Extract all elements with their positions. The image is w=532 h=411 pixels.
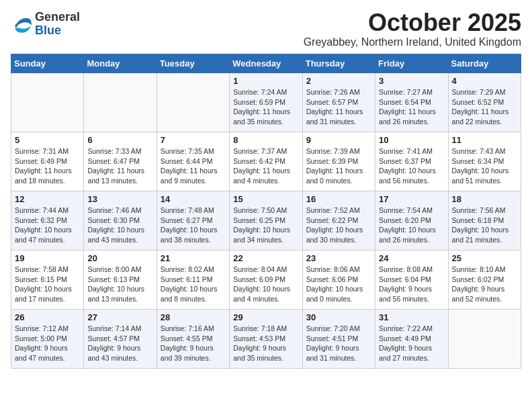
calendar-table: SundayMondayTuesdayWednesdayThursdayFrid… xyxy=(11,54,521,369)
day-info: Sunrise: 8:02 AMSunset: 6:11 PMDaylight:… xyxy=(161,265,226,304)
day-info: Sunrise: 8:04 AMSunset: 6:09 PMDaylight:… xyxy=(233,265,298,304)
calendar-cell: 31Sunrise: 7:22 AMSunset: 4:49 PMDayligh… xyxy=(375,310,448,369)
day-info: Sunrise: 7:18 AMSunset: 4:53 PMDaylight:… xyxy=(233,324,298,363)
calendar-cell xyxy=(84,73,157,132)
column-header-sunday: Sunday xyxy=(11,54,84,73)
day-number: 5 xyxy=(15,135,80,145)
day-number: 15 xyxy=(233,194,298,204)
calendar-cell: 19Sunrise: 7:58 AMSunset: 6:15 PMDayligh… xyxy=(11,250,84,310)
calendar-cell: 15Sunrise: 7:50 AMSunset: 6:25 PMDayligh… xyxy=(230,191,302,250)
day-number: 30 xyxy=(306,312,371,322)
day-info: Sunrise: 7:31 AMSunset: 6:49 PMDaylight:… xyxy=(15,146,80,186)
day-number: 1 xyxy=(233,76,298,86)
logo: General Blue xyxy=(11,11,80,38)
day-number: 3 xyxy=(379,76,444,86)
calendar-cell: 3Sunrise: 7:27 AMSunset: 6:54 PMDaylight… xyxy=(375,73,448,132)
day-info: Sunrise: 8:10 AMSunset: 6:02 PMDaylight:… xyxy=(452,265,517,304)
column-header-friday: Friday xyxy=(375,54,448,73)
column-header-wednesday: Wednesday xyxy=(230,54,302,73)
day-info: Sunrise: 7:43 AMSunset: 6:34 PMDaylight:… xyxy=(452,146,517,186)
month-title: October 2025 xyxy=(304,11,521,35)
calendar-cell: 23Sunrise: 8:06 AMSunset: 6:06 PMDayligh… xyxy=(302,250,375,310)
calendar-cell: 14Sunrise: 7:48 AMSunset: 6:27 PMDayligh… xyxy=(157,191,229,250)
day-number: 7 xyxy=(161,135,226,145)
day-number: 24 xyxy=(379,253,444,263)
logo-blue: Blue xyxy=(35,24,80,38)
day-info: Sunrise: 7:29 AMSunset: 6:52 PMDaylight:… xyxy=(452,87,517,127)
calendar-week-row: 12Sunrise: 7:44 AMSunset: 6:32 PMDayligh… xyxy=(11,191,521,250)
day-info: Sunrise: 8:08 AMSunset: 6:04 PMDaylight:… xyxy=(379,265,444,304)
day-info: Sunrise: 7:52 AMSunset: 6:22 PMDaylight:… xyxy=(306,205,371,245)
day-number: 6 xyxy=(87,135,152,145)
day-number: 17 xyxy=(379,194,444,204)
day-info: Sunrise: 7:50 AMSunset: 6:25 PMDaylight:… xyxy=(233,205,298,245)
calendar-cell: 10Sunrise: 7:41 AMSunset: 6:37 PMDayligh… xyxy=(375,132,448,191)
day-number: 20 xyxy=(87,253,152,263)
column-header-saturday: Saturday xyxy=(448,54,521,73)
day-number: 18 xyxy=(452,194,517,204)
calendar-cell: 6Sunrise: 7:33 AMSunset: 6:47 PMDaylight… xyxy=(84,132,157,191)
day-info: Sunrise: 7:41 AMSunset: 6:37 PMDaylight:… xyxy=(379,146,444,186)
day-info: Sunrise: 7:54 AMSunset: 6:20 PMDaylight:… xyxy=(379,205,444,245)
day-info: Sunrise: 7:26 AMSunset: 6:57 PMDaylight:… xyxy=(306,87,371,127)
calendar-cell: 18Sunrise: 7:56 AMSunset: 6:18 PMDayligh… xyxy=(448,191,521,250)
calendar-cell: 1Sunrise: 7:24 AMSunset: 6:59 PMDaylight… xyxy=(230,73,302,132)
column-header-thursday: Thursday xyxy=(302,54,375,73)
day-info: Sunrise: 7:35 AMSunset: 6:44 PMDaylight:… xyxy=(161,146,226,186)
day-info: Sunrise: 8:00 AMSunset: 6:13 PMDaylight:… xyxy=(87,265,152,304)
calendar-cell: 12Sunrise: 7:44 AMSunset: 6:32 PMDayligh… xyxy=(11,191,84,250)
title-section: October 2025 Greyabbey, Northern Ireland… xyxy=(304,11,521,48)
day-number: 8 xyxy=(233,135,298,145)
calendar-week-row: 5Sunrise: 7:31 AMSunset: 6:49 PMDaylight… xyxy=(11,132,521,191)
calendar-cell: 7Sunrise: 7:35 AMSunset: 6:44 PMDaylight… xyxy=(157,132,229,191)
calendar-cell: 13Sunrise: 7:46 AMSunset: 6:30 PMDayligh… xyxy=(84,191,157,250)
calendar-cell: 5Sunrise: 7:31 AMSunset: 6:49 PMDaylight… xyxy=(11,132,84,191)
day-info: Sunrise: 7:37 AMSunset: 6:42 PMDaylight:… xyxy=(233,146,298,186)
day-info: Sunrise: 7:14 AMSunset: 4:57 PMDaylight:… xyxy=(87,324,152,363)
calendar-header-row: SundayMondayTuesdayWednesdayThursdayFrid… xyxy=(11,54,521,73)
day-info: Sunrise: 7:39 AMSunset: 6:39 PMDaylight:… xyxy=(306,146,371,186)
calendar-cell: 27Sunrise: 7:14 AMSunset: 4:57 PMDayligh… xyxy=(84,310,157,369)
page-header: General Blue October 2025 Greyabbey, Nor… xyxy=(11,11,521,48)
column-header-tuesday: Tuesday xyxy=(157,54,229,73)
day-number: 26 xyxy=(15,312,80,322)
day-number: 4 xyxy=(452,76,517,86)
day-info: Sunrise: 7:48 AMSunset: 6:27 PMDaylight:… xyxy=(161,205,226,245)
calendar-cell: 11Sunrise: 7:43 AMSunset: 6:34 PMDayligh… xyxy=(448,132,521,191)
day-number: 14 xyxy=(161,194,226,204)
calendar-week-row: 26Sunrise: 7:12 AMSunset: 5:00 PMDayligh… xyxy=(11,310,521,369)
calendar-cell: 8Sunrise: 7:37 AMSunset: 6:42 PMDaylight… xyxy=(230,132,302,191)
day-info: Sunrise: 7:12 AMSunset: 5:00 PMDaylight:… xyxy=(15,324,80,363)
day-info: Sunrise: 7:16 AMSunset: 4:55 PMDaylight:… xyxy=(161,324,226,363)
day-number: 16 xyxy=(306,194,371,204)
calendar-cell: 21Sunrise: 8:02 AMSunset: 6:11 PMDayligh… xyxy=(157,250,229,310)
calendar-week-row: 1Sunrise: 7:24 AMSunset: 6:59 PMDaylight… xyxy=(11,73,521,132)
day-info: Sunrise: 7:24 AMSunset: 6:59 PMDaylight:… xyxy=(233,87,298,127)
day-number: 9 xyxy=(306,135,371,145)
day-number: 21 xyxy=(161,253,226,263)
day-info: Sunrise: 7:58 AMSunset: 6:15 PMDaylight:… xyxy=(15,265,80,304)
calendar-cell: 25Sunrise: 8:10 AMSunset: 6:02 PMDayligh… xyxy=(448,250,521,310)
calendar-cell: 22Sunrise: 8:04 AMSunset: 6:09 PMDayligh… xyxy=(230,250,302,310)
calendar-cell xyxy=(448,310,521,369)
day-number: 27 xyxy=(87,312,152,322)
calendar-cell xyxy=(157,73,229,132)
calendar-cell: 2Sunrise: 7:26 AMSunset: 6:57 PMDaylight… xyxy=(302,73,375,132)
day-info: Sunrise: 7:33 AMSunset: 6:47 PMDaylight:… xyxy=(87,146,152,186)
calendar-cell: 30Sunrise: 7:20 AMSunset: 4:51 PMDayligh… xyxy=(302,310,375,369)
calendar-cell: 29Sunrise: 7:18 AMSunset: 4:53 PMDayligh… xyxy=(230,310,302,369)
day-number: 10 xyxy=(379,135,444,145)
day-number: 12 xyxy=(15,194,80,204)
calendar-cell: 28Sunrise: 7:16 AMSunset: 4:55 PMDayligh… xyxy=(157,310,229,369)
day-number: 31 xyxy=(379,312,444,322)
calendar-cell xyxy=(11,73,84,132)
day-number: 19 xyxy=(15,253,80,263)
day-info: Sunrise: 7:44 AMSunset: 6:32 PMDaylight:… xyxy=(15,205,80,245)
day-info: Sunrise: 7:27 AMSunset: 6:54 PMDaylight:… xyxy=(379,87,444,127)
day-number: 25 xyxy=(452,253,517,263)
logo-text: General Blue xyxy=(35,11,80,38)
day-info: Sunrise: 8:06 AMSunset: 6:06 PMDaylight:… xyxy=(306,265,371,304)
logo-general: General xyxy=(35,11,80,24)
calendar-cell: 17Sunrise: 7:54 AMSunset: 6:20 PMDayligh… xyxy=(375,191,448,250)
day-info: Sunrise: 7:46 AMSunset: 6:30 PMDaylight:… xyxy=(87,205,152,245)
